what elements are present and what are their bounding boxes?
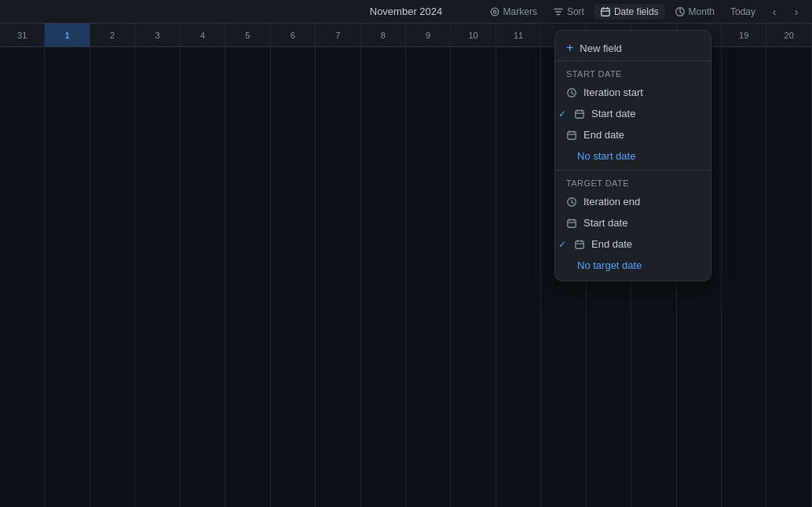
start-date-label-1: Start date [591,108,635,119]
target-date-section-label: Target date [555,174,711,191]
svg-rect-8 [568,219,576,227]
date-fields-button[interactable]: Date fields [594,4,665,20]
calendar-icon-4 [574,239,585,250]
end-date-label-1: End date [583,129,624,141]
start-iteration-start-item[interactable]: Iteration start [555,82,711,103]
col-9 [406,47,451,507]
target-start-date-item[interactable]: Start date [555,212,711,233]
dropdown-divider [555,170,711,171]
start-end-date-item[interactable]: End date [555,124,711,145]
iteration-end-label: Iteration end [583,196,640,208]
sort-button[interactable]: Sort [547,4,591,20]
today-button[interactable]: Today [724,4,762,20]
svg-point-0 [491,8,499,16]
sort-icon [553,6,564,17]
day-header-8: 8 [361,24,406,46]
col-11 [496,47,541,507]
no-target-date-label: No target date [577,259,642,271]
col-3 [135,47,180,507]
no-target-date-item[interactable]: No target date [555,255,711,276]
month-icon [675,6,686,17]
new-field-label: New field [580,42,621,54]
clock-icon-1 [566,87,577,98]
day-header-31: 31 [0,24,45,46]
calendar-icon [600,6,611,17]
markers-button[interactable]: Markers [483,4,543,20]
col-19 [722,47,766,507]
col-10 [451,47,496,507]
target-iteration-end-item[interactable]: Iteration end [555,191,711,212]
day-header-5: 5 [225,24,270,46]
col-20 [766,47,811,507]
calendar-icon-1 [574,108,585,119]
svg-point-1 [493,10,496,13]
col-8 [361,47,406,507]
day-header-20: 20 [766,24,811,46]
col-4 [181,47,225,507]
day-header-19: 19 [722,24,766,46]
day-header-10: 10 [451,24,496,46]
col-6 [271,47,316,507]
svg-rect-2 [602,8,610,16]
clock-icon-2 [566,197,577,208]
prev-button[interactable]: ‹ [765,2,784,21]
col-31 [0,47,45,507]
month-button[interactable]: Month [668,4,721,20]
start-start-date-item[interactable]: ✓ Start date [555,103,711,124]
toolbar-right: Markers Sort Date fields Month Today ‹ [483,2,812,21]
start-date-section-label: Start date [555,64,711,82]
day-header-11: 11 [496,24,541,46]
check-icon-target: ✓ [557,239,568,250]
date-fields-dropdown: + New field Start date Iteration start ✓… [554,30,711,281]
plus-icon: + [566,42,573,54]
day-header-7: 7 [316,24,360,46]
calendar-title: November 2024 [370,6,443,17]
col-2 [90,47,135,507]
day-header-3: 3 [135,24,180,46]
day-header-1: 1 [45,24,90,46]
toolbar: November 2024 Markers Sort Date fields [0,0,812,24]
col-5 [225,47,270,507]
start-date-label-2: Start date [583,217,627,229]
svg-rect-6 [568,131,576,139]
target-end-date-item[interactable]: ✓ End date [555,233,711,255]
day-header-6: 6 [271,24,316,46]
no-start-date-label: No start date [577,150,635,162]
day-header-9: 9 [406,24,451,46]
col-7 [316,47,360,507]
markers-icon [489,6,500,17]
svg-rect-9 [576,241,584,248]
no-start-date-item[interactable]: No start date [555,145,711,167]
next-button[interactable]: › [787,2,806,21]
svg-rect-5 [576,110,584,118]
day-header-2: 2 [90,24,135,46]
end-date-label-2: End date [591,238,632,250]
check-icon-start: ✓ [557,108,568,119]
calendar-icon-3 [566,218,577,229]
calendar-icon-2 [566,130,577,141]
iteration-start-label: Iteration start [583,86,643,98]
day-header-4: 4 [181,24,225,46]
col-1 [45,47,90,507]
new-field-item[interactable]: + New field [555,35,711,61]
